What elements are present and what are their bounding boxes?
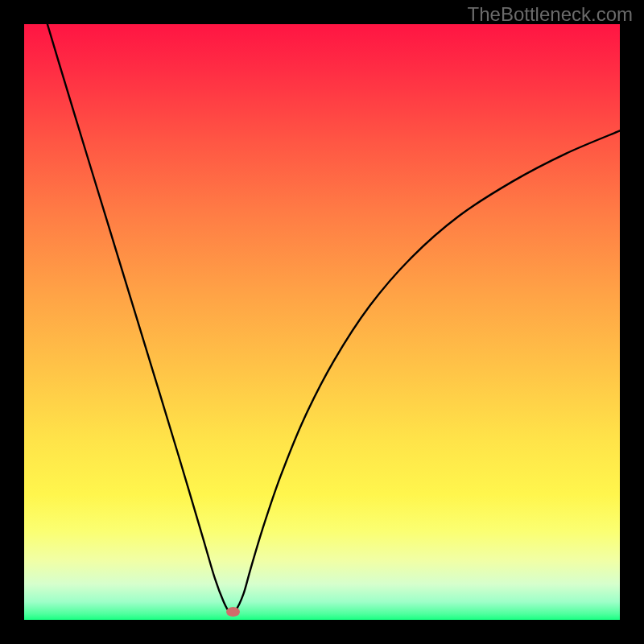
chart-frame: TheBottleneck.com: [0, 0, 644, 644]
plot-area: [24, 24, 620, 620]
watermark-text: TheBottleneck.com: [468, 3, 633, 26]
minimum-marker: [226, 607, 240, 617]
bottleneck-curve: [24, 24, 620, 620]
